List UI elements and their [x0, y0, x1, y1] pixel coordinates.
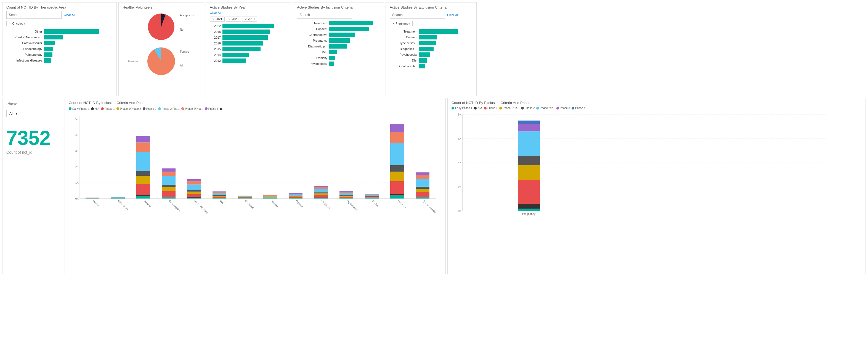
bar-segment: [238, 196, 252, 196]
svg-text:Pregnancy: Pregnancy: [522, 213, 535, 216]
inclusion-search-input[interactable]: [297, 11, 352, 19]
legend-item: Phase 3: [556, 106, 570, 109]
bar-segment: [289, 196, 303, 197]
legend-item: Phase 2/Pha...: [181, 107, 203, 110]
bar-segment: [162, 168, 176, 172]
bar-segment: [162, 187, 176, 191]
list-item: Contracenti...: [390, 64, 472, 68]
list-item: Diet: [390, 58, 472, 63]
panel-therapeutic: Count of NCT ID By Therapeutic Area Clea…: [2, 2, 117, 96]
exclusion-search-input[interactable]: [390, 11, 445, 19]
list-item: Endocrinology: [6, 46, 113, 51]
bar-segment: [390, 172, 404, 181]
bar-segment: [314, 193, 328, 195]
inclusion-phase-title: Count of NCT ID By Inclusion Criteria An…: [69, 101, 442, 105]
legend-color: [474, 107, 477, 109]
bar-segment: [162, 176, 176, 185]
bar-segment: [416, 197, 429, 199]
inclusion-title: Active Studies By Inclusion Criteria: [297, 5, 380, 9]
exclusion-filter-remove[interactable]: ✕: [392, 22, 394, 25]
bar-segment: [518, 131, 540, 156]
year-tag-remove[interactable]: ✕: [245, 18, 247, 21]
gender-all-label: All: [180, 64, 183, 67]
bar-segment: [314, 187, 328, 189]
legend-color: [69, 107, 71, 110]
svg-text:Ethnicity: Ethnicity: [270, 199, 278, 208]
therapeutic-filter-remove[interactable]: ✕: [9, 22, 11, 25]
year-tag-remove[interactable]: ✕: [228, 18, 230, 21]
legend-color: [117, 107, 119, 110]
svg-text:8K: 8K: [458, 113, 462, 116]
bar-segment: [187, 197, 201, 198]
list-item: 2016: [210, 41, 287, 45]
bar-segment: [263, 195, 277, 195]
list-item: Treatment: [390, 29, 472, 34]
panel-exclusion-criteria: Active Studies By Exclusion Criteria Cle…: [385, 2, 477, 96]
bar-segment: [339, 197, 353, 198]
legend-item: Phase 1: [101, 107, 115, 110]
list-item: Diagnostic ...: [390, 46, 472, 51]
gender-female-label: Female: [180, 50, 189, 53]
bar-segment: [518, 208, 540, 211]
bar-segment: [518, 204, 540, 209]
exclusion-phase-svg: 0K2K4K6K8KPregnancy: [452, 112, 838, 228]
bar-segment: [213, 195, 226, 196]
legend-color: [91, 107, 94, 110]
phase-dropdown[interactable]: All ▾: [6, 110, 53, 117]
svg-text:Type or severity ...: Type or severity ...: [422, 199, 439, 216]
svg-text:Smoker: Smoker: [371, 199, 379, 207]
bar-segment: [136, 152, 150, 171]
bar-segment: [213, 192, 226, 192]
svg-text:1K: 1K: [75, 181, 79, 184]
bar-segment: [238, 198, 252, 198]
bar-segment: [390, 165, 404, 172]
legend-item: Phase 2: [521, 106, 535, 109]
active-year-clear-all[interactable]: Clear All: [210, 11, 221, 14]
list-item: Infectious diseases: [6, 58, 113, 63]
bar-segment: [289, 196, 303, 196]
list-item: Ethnicity: [297, 56, 380, 60]
legend-color: [484, 107, 487, 109]
legend-item: Early Phase 1: [69, 107, 89, 110]
gender-label: Gender: [128, 60, 138, 63]
legend-item: Phase 4: [571, 106, 585, 109]
bar-segment: [111, 198, 125, 198]
therapeutic-search-input[interactable]: [6, 11, 62, 19]
bar-segment: [136, 196, 150, 199]
panel-inclusion-phase: Count of NCT ID By Inclusion Criteria An…: [65, 98, 446, 274]
healthy-accepts-label: Accepts He...: [180, 14, 196, 17]
bar-segment: [416, 172, 429, 175]
healthy-no-label: No: [180, 28, 184, 31]
svg-text:2K: 2K: [458, 186, 462, 189]
bar-segment: [187, 192, 201, 194]
bar-segment: [187, 181, 201, 185]
year-tag-remove[interactable]: ✕: [212, 18, 214, 21]
list-item: 2015: [210, 47, 287, 51]
bar-segment: [263, 196, 277, 197]
legend-item: Phase 1/Ph...: [499, 106, 520, 109]
bar-segment: [518, 156, 540, 165]
panel-active-year: Active Studies By Year Clear All ✕2021✕2…: [206, 2, 291, 96]
therapeutic-title: Count of NCT ID By Therapeutic Area: [6, 5, 113, 9]
list-item: 2018: [210, 30, 287, 34]
bar-segment: [416, 179, 429, 187]
therapeutic-search-row: Clear All: [6, 11, 113, 19]
legend-item: Early Phase 1: [452, 106, 472, 109]
bar-segment: [339, 192, 353, 193]
active-year-search-row: Clear All: [210, 11, 287, 14]
bar-segment: [518, 165, 540, 180]
phase-chevron: ▾: [16, 111, 18, 116]
bar-segment: [136, 171, 150, 176]
legend-arrow[interactable]: ▶: [220, 106, 223, 111]
gender-pie: [145, 45, 178, 78]
bar-segment: [416, 175, 429, 179]
bar-segment: [390, 143, 404, 165]
bar-segment: [518, 124, 540, 131]
exclusion-clear-all[interactable]: Clear All: [447, 13, 458, 17]
bar-segment: [365, 194, 379, 195]
bar-segment: [339, 195, 353, 196]
therapeutic-clear-all[interactable]: Clear All: [64, 13, 75, 17]
healthy-title: Healthy Volunteers: [123, 5, 200, 9]
bar-segment: [289, 195, 303, 196]
svg-text:Consent: Consent: [143, 199, 152, 208]
